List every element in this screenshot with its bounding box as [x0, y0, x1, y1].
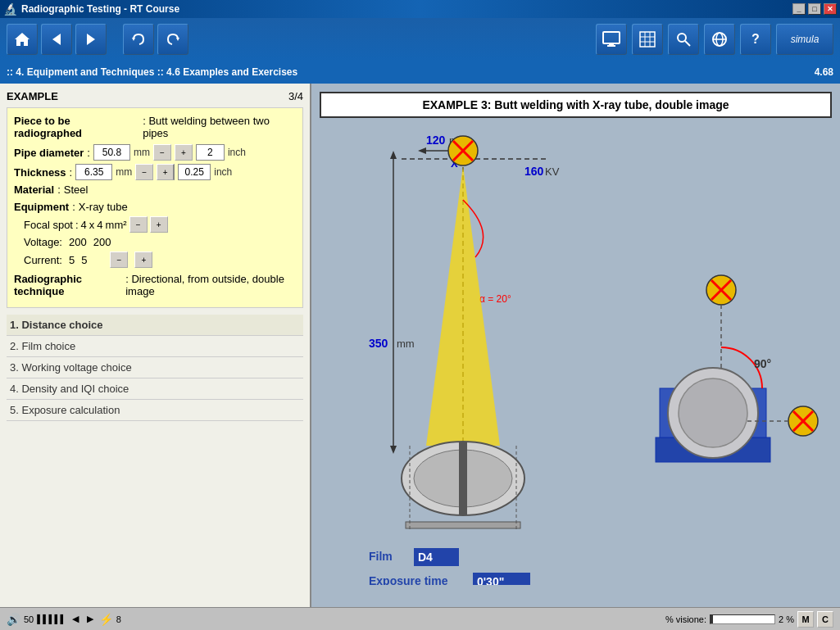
- pipe-diameter-decrement[interactable]: −: [153, 144, 171, 161]
- progress-bar-fill: [711, 615, 713, 623]
- zoom-button[interactable]: [668, 24, 699, 55]
- dim-120-label: 120: [426, 134, 446, 147]
- piece-row: Piece to be radiographed : Butt welding …: [14, 115, 296, 139]
- pipe-colon: :: [87, 147, 90, 159]
- svg-rect-6: [609, 43, 614, 45]
- thickness-inch-unit: inch: [214, 166, 232, 178]
- back-button[interactable]: [41, 24, 72, 55]
- weld-seam: [459, 442, 467, 515]
- step-3[interactable]: 3. Working voltage choice: [7, 357, 303, 378]
- title-bar: 🔬 Radiographic Testing - RT Course _ □ ✕: [0, 0, 840, 18]
- current-label: Current:: [24, 254, 62, 266]
- step-3-label: Working voltage choice: [21, 361, 131, 374]
- undo-button[interactable]: [123, 24, 154, 55]
- material-label: Material: [14, 184, 54, 196]
- thickness-input[interactable]: [75, 164, 112, 180]
- status-left: 🔊 50 ▌▌▌▌▌ ◀ ▶ ⚡ 8: [7, 613, 121, 626]
- svg-marker-2: [87, 34, 95, 45]
- step-5[interactable]: 5. Exposure calculation: [7, 400, 303, 421]
- kv-value: 160: [524, 165, 544, 178]
- c-button[interactable]: C: [817, 611, 833, 628]
- lightning-icon: ⚡: [99, 613, 113, 626]
- monitor-button[interactable]: [596, 24, 627, 55]
- help-button[interactable]: ?: [740, 24, 771, 55]
- thickness-colon: :: [70, 166, 73, 179]
- redo-button[interactable]: [157, 24, 188, 55]
- dim-350-label: 350: [369, 337, 388, 350]
- close-button[interactable]: ✕: [824, 3, 837, 15]
- svg-marker-3: [132, 38, 135, 41]
- film-value: D4: [418, 551, 433, 564]
- focal-val1: 4: [81, 219, 87, 231]
- pipe-diameter-inch-input[interactable]: [196, 144, 225, 161]
- focal-val2: 4: [97, 219, 102, 231]
- focal-increment[interactable]: +: [150, 216, 168, 233]
- table-button[interactable]: [632, 24, 663, 55]
- piece-label: Piece to be radiographed: [14, 115, 139, 139]
- voltage-row: Voltage: 200 200: [24, 236, 296, 248]
- info-box: Piece to be radiographed : Butt welding …: [7, 107, 303, 308]
- forward-button[interactable]: [75, 24, 107, 55]
- voltage-val2: 200: [93, 236, 111, 248]
- svg-rect-8: [640, 32, 655, 47]
- diagram-svg: 120 mm X 160 KV 350 mm α = 20°: [320, 126, 828, 585]
- focal-label: Focal spot: [24, 219, 73, 231]
- svg-marker-1: [52, 34, 61, 45]
- home-button[interactable]: [7, 24, 38, 55]
- focal-decrement[interactable]: −: [129, 216, 148, 233]
- voltage-increment[interactable]: +: [134, 252, 152, 268]
- step-2-label: Film choice: [21, 340, 75, 352]
- film-rect: [406, 522, 520, 528]
- svg-marker-4: [176, 38, 179, 41]
- thickness-decrement[interactable]: −: [135, 164, 153, 180]
- pipe-diameter-label: Pipe diameter: [14, 147, 84, 159]
- arrow-bot-350: [390, 446, 397, 454]
- audio-bars: ▌▌▌▌▌: [37, 614, 66, 623]
- step-1-num: 1.: [10, 319, 21, 331]
- current-row: Current: 5 5 − +: [24, 252, 296, 268]
- film-label: Film: [369, 550, 393, 563]
- minimize-button[interactable]: _: [792, 3, 806, 15]
- volume-level: 50: [24, 614, 34, 624]
- focal-row: Focal spot : 4 x 4 mm² − +: [24, 216, 296, 233]
- m-button[interactable]: M: [797, 611, 814, 628]
- ninety-label: 90°: [754, 357, 771, 370]
- step-1[interactable]: 1. Distance choice: [7, 315, 303, 336]
- example-title: EXAMPLE 3: Butt welding with X-ray tube,…: [422, 98, 729, 111]
- pipe-diameter-increment[interactable]: +: [175, 144, 193, 161]
- dim-350-unit: mm: [397, 338, 415, 350]
- focal-unit: mm²: [106, 219, 127, 231]
- equipment-section: Equipment : X-ray tube Focal spot : 4 x …: [14, 201, 296, 268]
- breadcrumb-path: :: 4. Equipment and Techniques :: 4.6 Ex…: [7, 66, 297, 78]
- equipment-row: Equipment : X-ray tube: [14, 201, 296, 213]
- nav-next[interactable]: ▶: [84, 614, 96, 624]
- diagram-area: 120 mm X 160 KV 350 mm α = 20°: [320, 126, 832, 592]
- nav-prev[interactable]: ◀: [70, 614, 81, 624]
- status-num: 8: [116, 614, 121, 624]
- arrow-left-120: [418, 147, 426, 154]
- arrow-top-350: [390, 151, 397, 159]
- pipe-cross-inner: [679, 378, 747, 447]
- thickness-increment[interactable]: +: [157, 164, 175, 180]
- breadcrumb: :: 4. Equipment and Techniques :: 4.6 Ex…: [0, 61, 840, 84]
- title-bar-right: _ □ ✕: [792, 3, 837, 15]
- beam-area: [426, 165, 500, 446]
- status-right: % visione: 2 % M C: [665, 611, 833, 628]
- pipe-diameter-unit: mm: [134, 147, 150, 158]
- step-4[interactable]: 4. Density and IQI choice: [7, 378, 303, 400]
- svg-marker-0: [15, 33, 30, 46]
- svg-line-14: [685, 41, 690, 46]
- voltage-decrement[interactable]: −: [110, 252, 128, 268]
- maximize-button[interactable]: □: [808, 3, 821, 15]
- thickness-inch-input[interactable]: [178, 164, 211, 180]
- technique-section: Radiographic technique : Directional, fr…: [14, 273, 296, 297]
- technique-row: Radiographic technique : Directional, fr…: [14, 273, 296, 297]
- step-2[interactable]: 2. Film choice: [7, 336, 303, 357]
- globe-button[interactable]: [704, 24, 735, 55]
- focal-x: x: [89, 219, 95, 231]
- simula-button[interactable]: simula: [776, 24, 833, 55]
- status-bar: 🔊 50 ▌▌▌▌▌ ◀ ▶ ⚡ 8 % visione: 2 % M C: [0, 607, 840, 630]
- app-title: Radiographic Testing - RT Course: [21, 3, 179, 15]
- pipe-diameter-input[interactable]: [93, 144, 130, 161]
- exposure-value: 0'30": [477, 575, 504, 585]
